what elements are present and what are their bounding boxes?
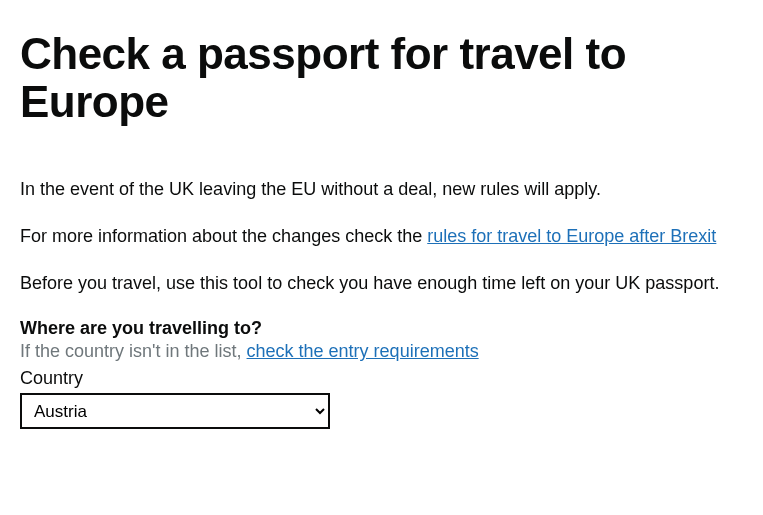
country-field-label: Country (20, 368, 743, 389)
intro-paragraph-2: For more information about the changes c… (20, 224, 743, 249)
entry-requirements-link[interactable]: check the entry requirements (247, 341, 479, 361)
intro-paragraph-1: In the event of the UK leaving the EU wi… (20, 177, 743, 202)
hint-text: If the country isn't in the list, check … (20, 341, 743, 362)
hint-prefix: If the country isn't in the list, (20, 341, 247, 361)
intro-paragraph-2-text: For more information about the changes c… (20, 226, 427, 246)
rules-link[interactable]: rules for travel to Europe after Brexit (427, 226, 716, 246)
page-title: Check a passport for travel to Europe (20, 30, 743, 127)
question-label: Where are you travelling to? (20, 318, 743, 339)
country-select[interactable]: Austria (20, 393, 330, 429)
intro-paragraph-3: Before you travel, use this tool to chec… (20, 271, 743, 296)
